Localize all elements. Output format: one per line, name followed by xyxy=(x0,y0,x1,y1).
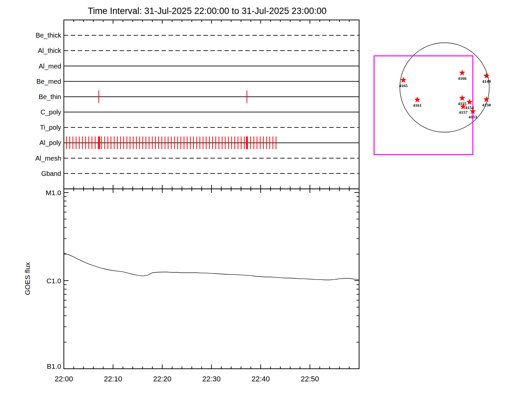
active-region-label-4166: 4166 xyxy=(458,76,467,81)
x-tick-label-22:40: 22:40 xyxy=(251,375,270,383)
x-tick-label-22:00: 22:00 xyxy=(55,375,73,383)
filter-label-Be_thick: Be_thick xyxy=(36,32,62,39)
y-tick-label-B1.0: B1.0 xyxy=(47,362,61,370)
y-tick-label-C1.0: C1.0 xyxy=(47,277,61,285)
goes-panel-border xyxy=(64,189,359,369)
filter-label-Ti_poly: Ti_poly xyxy=(40,124,61,131)
active-region-label-4165: 4165 xyxy=(399,83,408,88)
x-tick-label-22:20: 22:20 xyxy=(153,375,171,383)
figure-page: Time Interval: 31-Jul-2025 22:00:00 to 3… xyxy=(0,0,532,399)
solar-disk-map: 416541664149416141554154415041574153 xyxy=(374,43,491,155)
active-region-label-4149: 4149 xyxy=(482,79,491,84)
xrt-goes-timeline-figure: Time Interval: 31-Jul-2025 22:00:00 to 3… xyxy=(0,0,532,399)
filter-label-Be_thin: Be_thin xyxy=(39,93,61,101)
active-region-label-4153: 4153 xyxy=(468,114,477,119)
active-region-label-4161: 4161 xyxy=(413,103,422,108)
active-region-label-4150: 4150 xyxy=(482,102,491,107)
goes-flux-curve xyxy=(64,253,359,280)
filter-timeline-panel: Be_thickAl_thickAl_medBe_medBe_thinC_pol… xyxy=(35,20,359,193)
filter-label-Al_thick: Al_thick xyxy=(38,47,62,55)
active-region-star-4149 xyxy=(483,72,490,78)
active-region-star-4154 xyxy=(466,99,473,105)
figure-title: Time Interval: 31-Jul-2025 22:00:00 to 3… xyxy=(88,6,327,16)
active-region-star-4166 xyxy=(459,69,466,75)
active-region-label-4157: 4157 xyxy=(459,110,468,115)
filter-label-Be_med: Be_med xyxy=(37,78,62,85)
active-region-star-4161 xyxy=(414,96,421,102)
goes-flux-panel: M1.0C1.0B1.022:0022:1022:2022:3022:4022:… xyxy=(46,189,359,383)
goes-flux-ylabel: GOES flux xyxy=(24,262,31,295)
x-tick-label-22:50: 22:50 xyxy=(301,375,319,383)
x-tick-label-22:30: 22:30 xyxy=(202,375,220,383)
filter-label-Al_mesh: Al_mesh xyxy=(35,155,61,162)
filter-label-Gband: Gband xyxy=(41,170,61,177)
active-region-star-4150 xyxy=(483,96,490,102)
filter-label-C_poly: C_poly xyxy=(41,108,61,116)
filter-label-Al_poly: Al_poly xyxy=(39,139,61,147)
filter-label-Al_med: Al_med xyxy=(39,63,61,70)
y-tick-label-M1.0: M1.0 xyxy=(46,189,61,197)
filter-panel-border xyxy=(64,20,359,189)
x-tick-label-22:10: 22:10 xyxy=(104,375,122,383)
active-region-star-4155 xyxy=(459,95,466,101)
